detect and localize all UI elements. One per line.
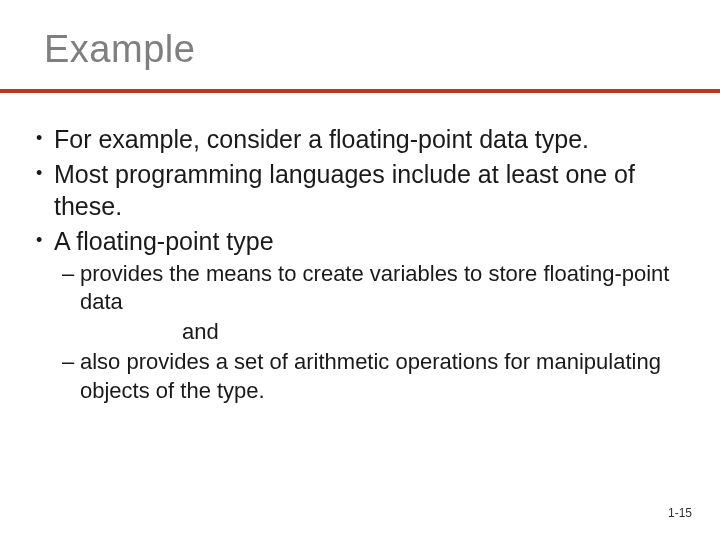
sub-bullet-item: provides the means to create variables t… [32,260,688,316]
horizontal-rule [0,89,720,93]
bullet-item: Most programming languages include at le… [32,158,688,222]
slide-title: Example [44,28,688,71]
slide: Example For example, consider a floating… [0,0,720,540]
sub-bullet-item: also provides a set of arithmetic operat… [32,348,688,404]
bullet-list: For example, consider a floating-point d… [32,123,688,257]
bullet-item: A floating-point type [32,225,688,257]
page-number: 1-15 [668,506,692,520]
sub-bullet-connector: and [32,318,688,346]
bullet-item: For example, consider a floating-point d… [32,123,688,155]
sub-bullet-list: provides the means to create variables t… [32,260,688,405]
